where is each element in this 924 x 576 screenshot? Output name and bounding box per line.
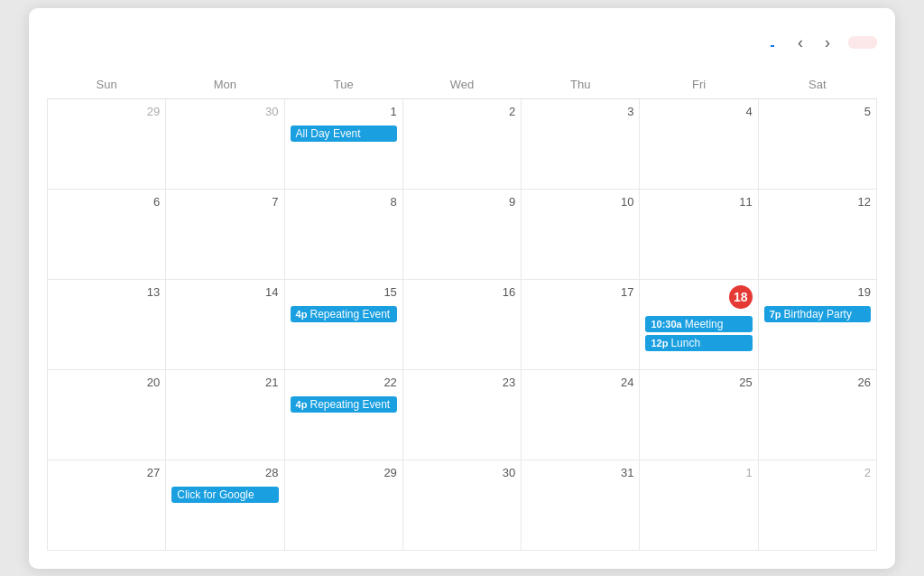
calendar-cell: 12 bbox=[758, 189, 876, 279]
next-button[interactable]: › bbox=[818, 30, 837, 56]
weekday-header-mon: Mon bbox=[166, 72, 284, 99]
calendar-cell: 27 bbox=[48, 460, 166, 550]
calendar-event[interactable]: Click for Google bbox=[171, 487, 278, 503]
day-number: 29 bbox=[383, 466, 396, 479]
day-number: 30 bbox=[503, 466, 515, 479]
calendar-cell: 224p Repeating Event bbox=[284, 369, 402, 460]
view-month-button[interactable] bbox=[771, 38, 774, 47]
calendar-week-2: 1314154p Repeating Event16171810:30a Mee… bbox=[48, 279, 877, 369]
weekday-header-sat: Sat bbox=[758, 72, 876, 99]
calendar-cell: 26 bbox=[758, 369, 876, 460]
day-number: 1 bbox=[745, 466, 752, 479]
day-number: 1 bbox=[391, 105, 397, 118]
calendar-event[interactable]: 7p Birthday Party bbox=[764, 306, 871, 322]
weekday-header-thu: Thu bbox=[522, 72, 640, 99]
day-number: 30 bbox=[265, 105, 278, 118]
calendar-cell: 30 bbox=[402, 460, 521, 550]
calendar-cell: 3 bbox=[522, 98, 640, 189]
calendar-container: ‹ › SunMonTueWedThuFriSat 29301All Day E… bbox=[29, 8, 895, 569]
day-number: 21 bbox=[265, 376, 278, 389]
calendar-cell: 1810:30a Meeting12p Lunch bbox=[640, 279, 758, 369]
calendar-cell: 7 bbox=[166, 189, 284, 279]
calendar-cell: 154p Repeating Event bbox=[284, 279, 402, 369]
nav-arrows: ‹ › bbox=[790, 30, 837, 56]
calendar-cell: 24 bbox=[522, 369, 640, 460]
calendar-cell: 8 bbox=[284, 189, 402, 279]
calendar-cell: 30 bbox=[166, 98, 284, 189]
calendar-event[interactable]: 12p Lunch bbox=[645, 335, 752, 351]
calendar-event[interactable]: 4p Repeating Event bbox=[291, 396, 397, 413]
calendar-cell: 20 bbox=[48, 369, 166, 460]
day-number: 25 bbox=[739, 376, 752, 389]
calendar-header: ‹ › bbox=[47, 30, 877, 56]
view-week-button[interactable] bbox=[751, 39, 754, 46]
day-number: 2 bbox=[509, 105, 515, 118]
calendar-cell: 197p Birthday Party bbox=[758, 279, 876, 369]
calendar-cell: 2 bbox=[402, 98, 521, 189]
calendar-cell: 14 bbox=[166, 279, 284, 369]
day-number: 9 bbox=[509, 195, 515, 209]
calendar-cell: 25 bbox=[640, 369, 758, 460]
day-number: 23 bbox=[503, 376, 515, 389]
calendar-event[interactable]: 4p Repeating Event bbox=[291, 306, 397, 322]
day-number: 14 bbox=[265, 285, 278, 299]
day-number: 11 bbox=[739, 195, 752, 209]
day-number: 4 bbox=[745, 105, 752, 118]
calendar-week-3: 2021224p Repeating Event23242526 bbox=[48, 369, 877, 460]
calendar-cell: 1 bbox=[640, 460, 758, 550]
calendar-cell: 16 bbox=[402, 279, 521, 369]
calendar-cell: 23 bbox=[402, 369, 521, 460]
day-number: 31 bbox=[621, 466, 633, 479]
calendar-cell: 9 bbox=[402, 189, 521, 279]
calendar-cell: 11 bbox=[640, 189, 758, 279]
calendar-cell: 29 bbox=[284, 460, 402, 550]
weekday-header-wed: Wed bbox=[402, 72, 521, 99]
calendar-cell: 21 bbox=[166, 369, 284, 460]
calendar-cell: 31 bbox=[522, 460, 640, 550]
day-number: 28 bbox=[265, 466, 278, 479]
day-number: 24 bbox=[621, 376, 633, 389]
day-number: 17 bbox=[621, 285, 633, 299]
day-number: 26 bbox=[858, 376, 871, 389]
weekday-header-fri: Fri bbox=[640, 72, 758, 99]
day-number: 2 bbox=[864, 466, 871, 479]
day-number: 7 bbox=[272, 195, 278, 209]
calendar-week-0: 29301All Day Event2345 bbox=[48, 98, 877, 189]
calendar-cell: 29 bbox=[48, 98, 166, 189]
view-nav bbox=[731, 38, 774, 47]
today-button[interactable] bbox=[848, 36, 877, 49]
calendar-cell: 2 bbox=[758, 460, 876, 550]
day-number: 12 bbox=[858, 195, 871, 209]
calendar-grid: SunMonTueWedThuFriSat 29301All Day Event… bbox=[47, 72, 877, 551]
day-number: 6 bbox=[153, 195, 160, 209]
calendar-week-1: 6789101112 bbox=[48, 189, 877, 279]
calendar-cell: 1All Day Event bbox=[284, 98, 402, 189]
day-number: 8 bbox=[391, 195, 397, 209]
day-number-today: 18 bbox=[729, 285, 753, 309]
calendar-cell: 4 bbox=[640, 98, 758, 189]
view-day-button[interactable] bbox=[731, 39, 735, 46]
day-number: 22 bbox=[383, 376, 396, 389]
day-number: 19 bbox=[858, 285, 871, 299]
calendar-cell: 28Click for Google bbox=[166, 460, 284, 550]
day-number: 5 bbox=[864, 105, 871, 118]
day-number: 10 bbox=[621, 195, 633, 209]
weekday-header-sun: Sun bbox=[48, 72, 166, 99]
calendar-cell: 17 bbox=[522, 279, 640, 369]
weekday-header-tue: Tue bbox=[284, 72, 402, 99]
prev-button[interactable]: ‹ bbox=[790, 30, 810, 56]
calendar-event[interactable]: All Day Event bbox=[291, 125, 397, 142]
day-number: 15 bbox=[383, 285, 396, 299]
day-number: 3 bbox=[627, 105, 633, 118]
calendar-week-4: 2728Click for Google29303112 bbox=[48, 460, 877, 550]
day-number: 16 bbox=[503, 285, 515, 299]
calendar-cell: 5 bbox=[758, 98, 876, 189]
day-number: 27 bbox=[147, 466, 160, 479]
calendar-cell: 13 bbox=[48, 279, 166, 369]
day-number: 29 bbox=[147, 105, 160, 118]
calendar-cell: 10 bbox=[522, 189, 640, 279]
calendar-cell: 6 bbox=[48, 189, 166, 279]
calendar-event[interactable]: 10:30a Meeting bbox=[645, 316, 752, 332]
day-number: 13 bbox=[147, 285, 160, 299]
day-number: 20 bbox=[147, 376, 160, 389]
